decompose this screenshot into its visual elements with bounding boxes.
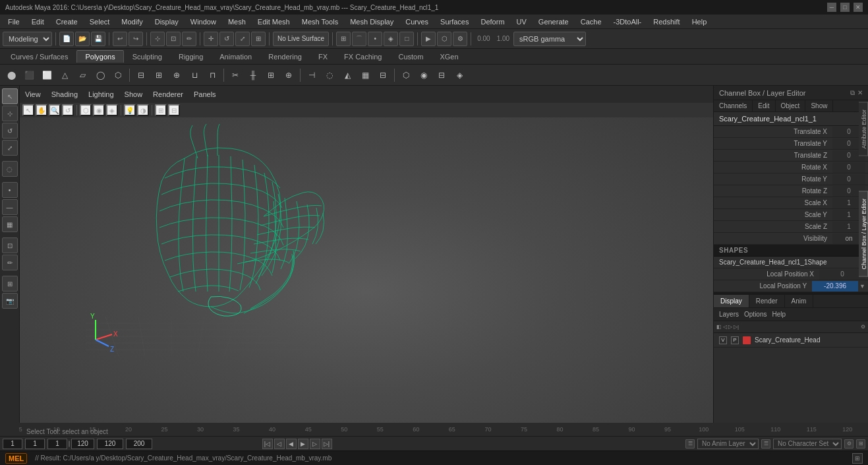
snap-view-btn[interactable]: □: [399, 32, 414, 46]
snap-surface-btn[interactable]: ◈: [384, 32, 398, 46]
vp-menu-show[interactable]: Show: [125, 90, 143, 98]
vp-menu-shading[interactable]: Shading: [51, 90, 78, 98]
create-cylinder-btn[interactable]: ⬜: [38, 67, 55, 84]
local-pos-y-arrow[interactable]: ▼: [859, 283, 865, 290]
render-btn[interactable]: ▶: [421, 32, 436, 46]
create-prism-btn[interactable]: ⬡: [109, 67, 127, 84]
undo-btn[interactable]: ↩: [113, 32, 127, 46]
ch-menu-show[interactable]: Show: [805, 100, 833, 111]
wireframe-btn[interactable]: ⬡: [397, 67, 415, 84]
face-mode-btn[interactable]: ▦: [2, 216, 18, 232]
snap-point-btn[interactable]: •: [368, 32, 382, 46]
move-tool-btn[interactable]: ✛: [204, 32, 218, 46]
save-file-btn[interactable]: 💾: [91, 32, 105, 46]
ch-menu-channels[interactable]: Channels: [714, 100, 753, 111]
menu-deform[interactable]: Deform: [475, 16, 509, 27]
ch-menu-edit[interactable]: Edit: [753, 100, 775, 111]
vp-orbit-btn[interactable]: ↺: [62, 104, 74, 116]
step-forward-btn[interactable]: ▷: [310, 439, 320, 449]
workspace-dropdown[interactable]: Modeling: [3, 32, 52, 46]
create-torus-btn[interactable]: ◯: [92, 67, 109, 84]
tab-sculpting[interactable]: Sculpting: [125, 51, 170, 63]
minimize-button[interactable]: ─: [827, 3, 836, 12]
layers-menu-options[interactable]: Options: [744, 311, 767, 318]
vp-menu-view[interactable]: View: [25, 90, 41, 98]
menu-modify[interactable]: Modify: [116, 16, 148, 27]
mirror-btn[interactable]: ⊣: [303, 67, 320, 84]
vp-wire-btn[interactable]: ⬡: [80, 104, 92, 116]
display-tab[interactable]: Display: [714, 295, 749, 307]
tab-custom[interactable]: Custom: [391, 51, 432, 63]
current-frame-input[interactable]: [3, 439, 22, 449]
combine-btn[interactable]: ⊔: [186, 67, 203, 84]
tab-polygons[interactable]: Polygons: [76, 50, 123, 63]
menu-display[interactable]: Display: [150, 16, 184, 27]
menu-select[interactable]: Select: [84, 16, 115, 27]
render-settings-btn[interactable]: ⚙: [453, 32, 467, 46]
timeline-area[interactable]: 5 10 15 20 25 30 35 40 45 50 55 60 65 70…: [0, 423, 868, 436]
translate-btn[interactable]: ⊹: [2, 106, 18, 121]
lasso-select-btn[interactable]: ⊡: [166, 32, 181, 46]
vp-grid-btn[interactable]: ⊞: [155, 104, 167, 116]
multi-cut-btn[interactable]: ✂: [227, 67, 244, 84]
append-btn[interactable]: ⊕: [168, 67, 185, 84]
menu-help[interactable]: Help: [687, 16, 712, 27]
insert-edge-btn[interactable]: ╫: [245, 67, 262, 84]
vertex-mode-btn[interactable]: •: [2, 182, 18, 198]
new-file-btn[interactable]: 📄: [59, 32, 74, 46]
menu-3dto-all[interactable]: -3DtoAll-: [608, 16, 647, 27]
bridge-btn[interactable]: ⊞: [150, 67, 167, 84]
gamma-dropdown[interactable]: sRGB gamma: [513, 32, 586, 46]
range-bar[interactable]: [69, 441, 70, 447]
layer-prev-btn[interactable]: ◁: [723, 324, 727, 330]
step-back-btn[interactable]: ◁: [274, 439, 285, 449]
range-end-input[interactable]: [71, 439, 94, 449]
vp-menu-lighting[interactable]: Lighting: [88, 90, 114, 98]
layer-new-btn[interactable]: ◧: [716, 324, 722, 330]
menu-mesh[interactable]: Mesh: [223, 16, 251, 27]
smooth-display-btn[interactable]: ◉: [415, 67, 432, 84]
separate-btn[interactable]: ⊓: [204, 67, 221, 84]
menu-curves[interactable]: Curves: [400, 16, 434, 27]
vp-smooth-btn[interactable]: ◉: [93, 104, 105, 116]
menu-uv[interactable]: UV: [511, 16, 532, 27]
close-button[interactable]: ✕: [854, 3, 863, 12]
ch-menu-object[interactable]: Object: [776, 100, 806, 111]
tab-xgen[interactable]: XGen: [432, 51, 466, 63]
quad-btn[interactable]: ▦: [357, 67, 374, 84]
layer-next-btn[interactable]: ▷: [728, 324, 732, 330]
vp-menu-panels[interactable]: Panels: [194, 90, 216, 98]
menu-generate[interactable]: Generate: [533, 16, 574, 27]
maximize-button[interactable]: □: [840, 3, 850, 12]
anim-layer-menu-btn[interactable]: ☰: [685, 439, 695, 449]
menu-create[interactable]: Create: [51, 16, 83, 27]
select-mode-btn[interactable]: ↖: [2, 88, 18, 104]
snap-curve-btn[interactable]: ⌒: [352, 32, 366, 46]
create-cone-btn[interactable]: △: [56, 67, 73, 84]
max-frame-input[interactable]: [126, 439, 152, 449]
menu-file[interactable]: File: [3, 16, 25, 27]
vp-hud-btn[interactable]: ⊟: [168, 104, 180, 116]
soft-select-btn[interactable]: ◌: [2, 161, 18, 177]
snap-btn[interactable]: ⊞: [2, 276, 18, 292]
create-cube-btn[interactable]: ⬛: [20, 67, 38, 84]
menu-mesh-display[interactable]: Mesh Display: [345, 16, 399, 27]
channel-box-side-tab[interactable]: Channel Box / Layer Editor: [859, 191, 868, 277]
create-plane-btn[interactable]: ▱: [74, 67, 91, 84]
triangulate-btn[interactable]: ◭: [339, 67, 356, 84]
edge-mode-btn[interactable]: —: [2, 199, 18, 215]
ch-rotate-y-value[interactable]: 0: [832, 174, 865, 185]
universal-manip-btn[interactable]: ⊞: [251, 32, 266, 46]
range-start-input[interactable]: [47, 439, 67, 449]
play-forward-btn[interactable]: ▶: [298, 439, 308, 449]
rotate-btn[interactable]: ↺: [2, 123, 18, 139]
vp-shadow-btn[interactable]: ◑: [137, 104, 149, 116]
scale-btn[interactable]: ⤢: [2, 140, 18, 156]
extrude-btn[interactable]: ⊟: [132, 67, 150, 84]
menu-edit-mesh[interactable]: Edit Mesh: [252, 16, 295, 27]
ipr-btn[interactable]: ⬡: [437, 32, 451, 46]
tab-rendering[interactable]: Rendering: [260, 51, 310, 63]
open-file-btn[interactable]: 📂: [75, 32, 90, 46]
bevel-btn[interactable]: ◈: [451, 67, 468, 84]
local-pos-y-value[interactable]: -20.396: [812, 281, 858, 292]
